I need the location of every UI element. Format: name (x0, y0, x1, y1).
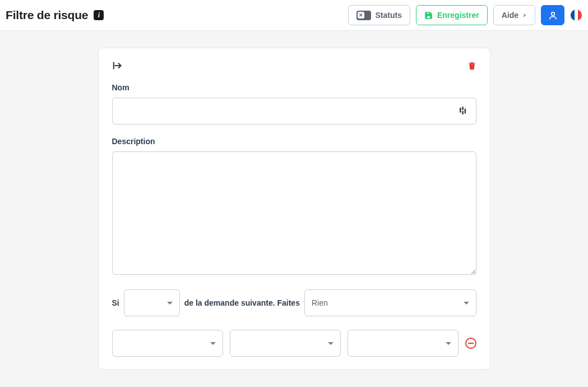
minus-icon (468, 343, 474, 344)
svg-rect-6 (462, 107, 464, 110)
if-label: Si (112, 298, 119, 307)
filter-card: Nom Description Si (98, 48, 490, 370)
action-select[interactable]: Rien (304, 289, 476, 316)
info-icon[interactable]: i (94, 10, 104, 20)
subcondition-select-2[interactable] (230, 330, 341, 357)
chevron-down-icon (167, 302, 173, 305)
locale-flag-fr[interactable] (570, 9, 582, 21)
chevron-down-icon (328, 342, 334, 345)
help-button[interactable]: Aide (493, 5, 535, 25)
remove-condition-button[interactable] (465, 338, 476, 349)
expand-horizontal-icon[interactable] (112, 61, 123, 70)
save-icon (424, 11, 433, 20)
caret-right-icon (523, 13, 527, 18)
condition-middle-text: de la demande suivante. Faites (184, 298, 300, 307)
description-textarea[interactable] (112, 151, 476, 275)
description-label: Description (112, 137, 476, 146)
translate-bars-icon[interactable] (460, 107, 466, 116)
description-field-group: Description (112, 137, 476, 277)
save-button[interactable]: Enregistrer (416, 5, 488, 25)
subcondition-select-3[interactable] (348, 330, 459, 357)
main-content: Nom Description Si (0, 31, 588, 370)
card-toolbar (112, 61, 476, 71)
svg-rect-0 (427, 12, 429, 13)
svg-point-2 (551, 12, 554, 15)
name-input[interactable] (112, 98, 476, 125)
user-menu-button[interactable] (541, 5, 564, 25)
page-title: Filtre de risque (6, 8, 88, 22)
chevron-down-icon (446, 342, 451, 345)
action-selected: Rien (312, 298, 328, 307)
toggle-off-icon: ✕ (356, 11, 371, 20)
chevron-down-icon (210, 342, 216, 345)
subcondition-row (112, 330, 476, 357)
user-icon (548, 11, 558, 20)
condition-row: Si de la demande suivante. Faites Rien (112, 289, 476, 316)
save-label: Enregistrer (437, 11, 479, 20)
svg-rect-9 (468, 343, 474, 344)
name-label: Nom (112, 83, 476, 92)
header-right: ✕ Statuts Enregistrer Aide (348, 5, 583, 25)
name-field-group: Nom (112, 83, 476, 125)
subcondition-select-1[interactable] (112, 330, 223, 357)
statuts-label: Statuts (376, 11, 402, 20)
delete-icon[interactable] (467, 61, 476, 71)
help-label: Aide (502, 11, 518, 20)
svg-rect-5 (460, 108, 461, 113)
svg-rect-7 (462, 111, 464, 114)
app-header: Filtre de risque i ✕ Statuts Enregistrer… (0, 0, 588, 31)
svg-rect-1 (427, 16, 430, 19)
svg-rect-8 (464, 109, 466, 114)
statuts-toggle-button[interactable]: ✕ Statuts (348, 5, 410, 25)
chevron-down-icon (464, 302, 469, 305)
header-left: Filtre de risque i (6, 8, 104, 22)
quantifier-select[interactable] (124, 289, 180, 316)
